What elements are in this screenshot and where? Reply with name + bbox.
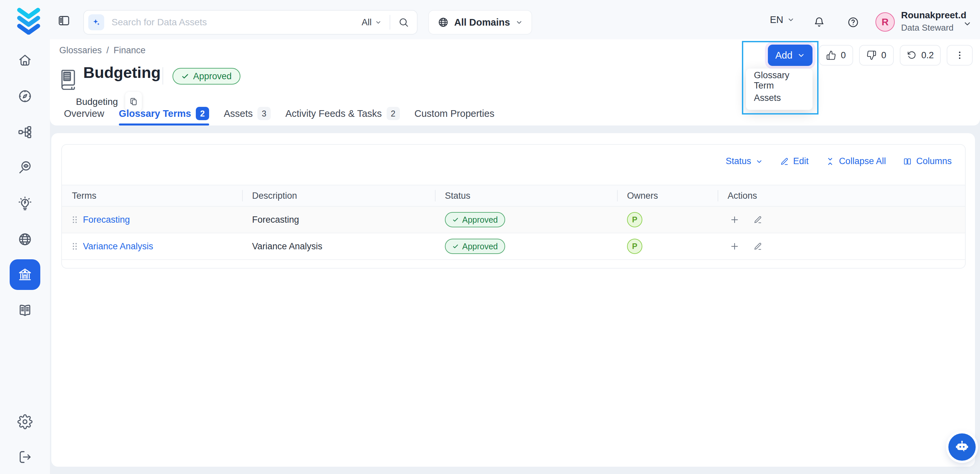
- columns-button[interactable]: Columns: [903, 156, 952, 167]
- edit-button[interactable]: Edit: [780, 156, 809, 167]
- search-icon[interactable]: [398, 17, 409, 28]
- app-logo-icon[interactable]: [14, 5, 43, 35]
- edit-pencil-icon[interactable]: [754, 215, 762, 224]
- entity-tabs: Overview Glossary Terms 2 Assets 3 Activ…: [64, 102, 495, 126]
- term-description: Variance Analysis: [242, 241, 435, 252]
- version-number: 0.2: [921, 50, 934, 60]
- drag-handle-icon[interactable]: [72, 215, 78, 224]
- downvote-button[interactable]: 0: [859, 45, 894, 65]
- search-scope-label: All: [362, 17, 372, 28]
- domains-filter-button[interactable]: All Domains: [428, 10, 532, 35]
- sidebar-item-explore[interactable]: [18, 89, 33, 104]
- chevron-down-icon[interactable]: [963, 19, 972, 28]
- column-header-actions: Actions: [718, 185, 965, 206]
- sidebar-item-home[interactable]: [18, 52, 33, 68]
- table-row: Forecasting Forecasting Approved P: [62, 207, 965, 233]
- collapse-all-button[interactable]: Collapse All: [826, 156, 886, 167]
- tab-glossary-terms[interactable]: Glossary Terms 2: [119, 102, 209, 126]
- glossary-terms-table-container: Status Edit Collapse All: [61, 144, 966, 269]
- robot-icon: [953, 438, 970, 456]
- sidebar-item-domains[interactable]: [18, 232, 33, 247]
- owner-avatar[interactable]: P: [627, 212, 642, 227]
- status-badge: Approved: [445, 239, 505, 254]
- status-badge: Approved: [445, 212, 505, 227]
- sidebar-item-insights[interactable]: [18, 196, 33, 212]
- user-avatar[interactable]: R: [875, 12, 895, 32]
- check-icon: [181, 72, 189, 80]
- breadcrumb: Glossaries / Finance: [59, 45, 146, 56]
- plus-icon[interactable]: [730, 215, 740, 225]
- edit-pencil-icon[interactable]: [754, 242, 762, 251]
- language-label: EN: [770, 14, 783, 25]
- columns-icon: [903, 157, 912, 166]
- breadcrumb-glossaries[interactable]: Glossaries: [59, 45, 102, 56]
- term-link[interactable]: Forecasting: [83, 215, 130, 225]
- search-scope-dropdown[interactable]: All: [362, 17, 382, 28]
- topbar: All All Domains EN: [0, 0, 980, 39]
- user-menu[interactable]: Rounakpreet.d Data Steward: [901, 10, 966, 33]
- sidebar-item-observability[interactable]: [18, 160, 33, 175]
- kebab-menu-icon: [955, 50, 965, 60]
- thumbs-up-icon: [826, 50, 836, 60]
- sidebar-toggle-icon[interactable]: [57, 14, 71, 27]
- book-icon: [59, 68, 78, 90]
- add-button[interactable]: Add: [768, 45, 813, 66]
- help-icon[interactable]: [847, 16, 859, 28]
- term-link[interactable]: Variance Analysis: [83, 241, 153, 252]
- table-row: Variance Analysis Variance Analysis Appr…: [62, 233, 965, 260]
- column-header-terms: Terms: [62, 185, 242, 206]
- version-history-icon: [907, 50, 917, 60]
- plus-icon[interactable]: [730, 241, 740, 251]
- menu-item-assets[interactable]: Assets: [746, 89, 813, 107]
- glossary-bank-icon: [17, 267, 33, 283]
- column-header-description: Description: [242, 185, 435, 206]
- tab-count-badge: 2: [387, 107, 400, 120]
- status-filter-dropdown[interactable]: Status: [725, 156, 763, 167]
- more-options-button[interactable]: [947, 45, 973, 65]
- ai-sparkle-icon[interactable]: [88, 14, 104, 30]
- sidebar-item-settings[interactable]: [18, 414, 33, 429]
- chatbot-button[interactable]: [948, 433, 976, 461]
- breadcrumb-finance[interactable]: Finance: [113, 45, 146, 56]
- upvote-button[interactable]: 0: [819, 45, 853, 65]
- tab-assets[interactable]: Assets 3: [224, 102, 271, 126]
- notifications-bell-icon[interactable]: [813, 16, 825, 28]
- user-name: Rounakpreet.d: [901, 10, 966, 21]
- chevron-down-icon: [756, 158, 763, 165]
- avatar-initial: R: [882, 17, 889, 28]
- search-input[interactable]: [104, 17, 362, 28]
- glossary-terms-panel: Status Edit Collapse All: [51, 133, 975, 467]
- user-role: Data Steward: [901, 23, 966, 33]
- tab-count-badge: 3: [258, 107, 271, 120]
- chevron-down-icon: [787, 16, 794, 23]
- chevron-down-icon: [515, 19, 523, 26]
- thumbs-down-icon: [867, 50, 877, 60]
- owner-avatar[interactable]: P: [627, 239, 642, 254]
- tab-overview[interactable]: Overview: [64, 102, 104, 126]
- drag-handle-icon[interactable]: [72, 242, 78, 251]
- column-header-owners: Owners: [617, 185, 718, 206]
- sidebar: [0, 39, 50, 474]
- globe-icon: [438, 17, 449, 28]
- divider: [162, 67, 163, 84]
- tab-activity-feeds[interactable]: Activity Feeds & Tasks 2: [285, 102, 400, 126]
- version-button[interactable]: 0.2: [900, 45, 941, 65]
- menu-item-glossary-term[interactable]: Glossary Term: [746, 72, 813, 89]
- sidebar-item-knowledge-center[interactable]: [18, 303, 33, 318]
- breadcrumb-separator: /: [107, 45, 109, 56]
- term-description: Forecasting: [242, 215, 435, 225]
- app-window: All All Domains EN: [0, 0, 980, 474]
- sidebar-item-glossary[interactable]: [10, 259, 40, 290]
- tab-custom-properties[interactable]: Custom Properties: [415, 102, 495, 126]
- sidebar-item-lineage[interactable]: [18, 124, 33, 140]
- tab-count-badge: 2: [196, 107, 209, 120]
- downvote-count: 0: [881, 50, 886, 60]
- glossary-terms-table: Terms Description Status Owners Actions …: [62, 185, 965, 260]
- language-selector[interactable]: EN: [770, 0, 794, 39]
- sidebar-item-logout[interactable]: [18, 449, 33, 465]
- divider: [390, 15, 390, 30]
- table-toolbar: Status Edit Collapse All: [725, 156, 952, 167]
- domains-filter-label: All Domains: [454, 17, 510, 28]
- chevron-down-icon: [797, 51, 805, 59]
- glossary-active-tile: [10, 259, 40, 290]
